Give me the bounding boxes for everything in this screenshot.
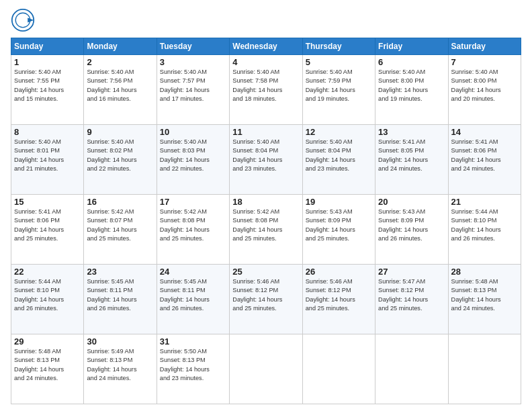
calendar-cell: 27 Sunrise: 5:47 AMSunset: 8:12 PMDaylig… xyxy=(375,265,448,334)
day-number: 26 xyxy=(306,267,372,277)
day-info: Sunrise: 5:40 AMSunset: 8:00 PMDaylight:… xyxy=(378,68,428,102)
calendar-cell: 10 Sunrise: 5:40 AMSunset: 8:03 PMDaylig… xyxy=(157,125,229,195)
day-info: Sunrise: 5:40 AMSunset: 8:03 PMDaylight:… xyxy=(160,138,210,172)
header xyxy=(11,8,521,35)
logo-icon xyxy=(11,8,35,35)
day-info: Sunrise: 5:40 AMSunset: 8:00 PMDaylight:… xyxy=(451,68,501,102)
day-info: Sunrise: 5:41 AMSunset: 8:05 PMDaylight:… xyxy=(378,138,428,172)
day-number: 14 xyxy=(451,127,518,137)
day-number: 3 xyxy=(160,57,226,67)
day-info: Sunrise: 5:40 AMSunset: 7:56 PMDaylight:… xyxy=(87,68,136,102)
day-number: 1 xyxy=(14,57,81,67)
calendar-cell: 12 Sunrise: 5:40 AMSunset: 8:04 PMDaylig… xyxy=(302,125,375,195)
calendar-cell: 11 Sunrise: 5:40 AMSunset: 8:04 PMDaylig… xyxy=(230,125,302,195)
calendar-week-1: 1 Sunrise: 5:40 AMSunset: 7:55 PMDayligh… xyxy=(11,55,521,125)
day-number: 5 xyxy=(306,57,372,67)
day-number: 25 xyxy=(232,267,299,277)
day-info: Sunrise: 5:47 AMSunset: 8:12 PMDaylight:… xyxy=(378,278,428,312)
day-info: Sunrise: 5:45 AMSunset: 8:11 PMDaylight:… xyxy=(160,278,210,312)
day-number: 19 xyxy=(306,197,372,207)
day-number: 27 xyxy=(378,267,445,277)
calendar-cell: 4 Sunrise: 5:40 AMSunset: 7:58 PMDayligh… xyxy=(230,55,302,125)
day-number: 24 xyxy=(160,267,226,277)
day-number: 28 xyxy=(451,267,518,277)
day-number: 15 xyxy=(14,197,81,207)
calendar-cell: 6 Sunrise: 5:40 AMSunset: 8:00 PMDayligh… xyxy=(375,55,448,125)
day-number: 13 xyxy=(378,127,445,137)
calendar-week-4: 22 Sunrise: 5:44 AMSunset: 8:10 PMDaylig… xyxy=(11,265,521,334)
day-info: Sunrise: 5:45 AMSunset: 8:11 PMDaylight:… xyxy=(87,278,136,312)
day-number: 11 xyxy=(232,127,299,137)
calendar-cell: 18 Sunrise: 5:42 AMSunset: 8:08 PMDaylig… xyxy=(230,195,302,265)
calendar-cell: 22 Sunrise: 5:44 AMSunset: 8:10 PMDaylig… xyxy=(11,265,84,334)
day-number: 22 xyxy=(14,267,81,277)
day-info: Sunrise: 5:44 AMSunset: 8:10 PMDaylight:… xyxy=(451,208,501,242)
day-number: 23 xyxy=(87,267,153,277)
calendar-page: SundayMondayTuesdayWednesdayThursdayFrid… xyxy=(0,0,532,411)
day-number: 31 xyxy=(160,336,226,347)
calendar-header-saturday: Saturday xyxy=(448,38,521,55)
calendar-cell: 26 Sunrise: 5:46 AMSunset: 8:12 PMDaylig… xyxy=(302,265,375,334)
day-number: 7 xyxy=(451,57,518,67)
calendar-cell: 29 Sunrise: 5:48 AMSunset: 8:13 PMDaylig… xyxy=(11,334,84,404)
day-info: Sunrise: 5:48 AMSunset: 8:13 PMDaylight:… xyxy=(451,278,501,312)
day-info: Sunrise: 5:50 AMSunset: 8:13 PMDaylight:… xyxy=(160,348,210,381)
day-info: Sunrise: 5:43 AMSunset: 8:09 PMDaylight:… xyxy=(378,208,428,242)
calendar-cell: 24 Sunrise: 5:45 AMSunset: 8:11 PMDaylig… xyxy=(157,265,229,334)
calendar-cell: 19 Sunrise: 5:43 AMSunset: 8:09 PMDaylig… xyxy=(302,195,375,265)
calendar-cell: 25 Sunrise: 5:46 AMSunset: 8:12 PMDaylig… xyxy=(230,265,302,334)
day-info: Sunrise: 5:48 AMSunset: 8:13 PMDaylight:… xyxy=(14,348,64,381)
day-info: Sunrise: 5:40 AMSunset: 8:04 PMDaylight:… xyxy=(306,138,355,172)
calendar-cell: 21 Sunrise: 5:44 AMSunset: 8:10 PMDaylig… xyxy=(448,195,521,265)
calendar-week-5: 29 Sunrise: 5:48 AMSunset: 8:13 PMDaylig… xyxy=(11,334,521,404)
logo xyxy=(11,8,36,35)
day-number: 9 xyxy=(87,127,153,137)
calendar-cell xyxy=(302,334,375,404)
calendar-cell: 3 Sunrise: 5:40 AMSunset: 7:57 PMDayligh… xyxy=(157,55,229,125)
day-info: Sunrise: 5:42 AMSunset: 8:07 PMDaylight:… xyxy=(87,208,136,242)
calendar-cell: 1 Sunrise: 5:40 AMSunset: 7:55 PMDayligh… xyxy=(11,55,84,125)
calendar-cell xyxy=(448,334,521,404)
calendar-week-3: 15 Sunrise: 5:41 AMSunset: 8:06 PMDaylig… xyxy=(11,195,521,265)
calendar-cell: 2 Sunrise: 5:40 AMSunset: 7:56 PMDayligh… xyxy=(84,55,157,125)
day-info: Sunrise: 5:40 AMSunset: 7:58 PMDaylight:… xyxy=(232,68,282,102)
day-info: Sunrise: 5:40 AMSunset: 8:04 PMDaylight:… xyxy=(232,138,282,172)
calendar-cell: 28 Sunrise: 5:48 AMSunset: 8:13 PMDaylig… xyxy=(448,265,521,334)
day-info: Sunrise: 5:40 AMSunset: 7:59 PMDaylight:… xyxy=(306,68,355,102)
calendar-table: SundayMondayTuesdayWednesdayThursdayFrid… xyxy=(11,38,521,404)
day-number: 6 xyxy=(378,57,445,67)
day-number: 17 xyxy=(160,197,226,207)
day-number: 4 xyxy=(232,57,299,67)
calendar-cell: 23 Sunrise: 5:45 AMSunset: 8:11 PMDaylig… xyxy=(84,265,157,334)
day-number: 2 xyxy=(87,57,153,67)
day-info: Sunrise: 5:41 AMSunset: 8:06 PMDaylight:… xyxy=(14,208,64,242)
calendar-cell xyxy=(230,334,302,404)
day-number: 10 xyxy=(160,127,226,137)
calendar-header-friday: Friday xyxy=(375,38,448,55)
day-number: 12 xyxy=(306,127,372,137)
calendar-cell: 30 Sunrise: 5:49 AMSunset: 8:13 PMDaylig… xyxy=(84,334,157,404)
day-info: Sunrise: 5:41 AMSunset: 8:06 PMDaylight:… xyxy=(451,138,501,172)
day-number: 29 xyxy=(14,336,81,347)
day-info: Sunrise: 5:40 AMSunset: 8:01 PMDaylight:… xyxy=(14,138,64,172)
calendar-week-2: 8 Sunrise: 5:40 AMSunset: 8:01 PMDayligh… xyxy=(11,125,521,195)
calendar-header-sunday: Sunday xyxy=(11,38,84,55)
calendar-cell: 20 Sunrise: 5:43 AMSunset: 8:09 PMDaylig… xyxy=(375,195,448,265)
calendar-cell: 5 Sunrise: 5:40 AMSunset: 7:59 PMDayligh… xyxy=(302,55,375,125)
day-info: Sunrise: 5:42 AMSunset: 8:08 PMDaylight:… xyxy=(160,208,210,242)
calendar-cell: 17 Sunrise: 5:42 AMSunset: 8:08 PMDaylig… xyxy=(157,195,229,265)
day-info: Sunrise: 5:42 AMSunset: 8:08 PMDaylight:… xyxy=(232,208,282,242)
calendar-cell: 8 Sunrise: 5:40 AMSunset: 8:01 PMDayligh… xyxy=(11,125,84,195)
calendar-cell: 15 Sunrise: 5:41 AMSunset: 8:06 PMDaylig… xyxy=(11,195,84,265)
calendar-cell: 16 Sunrise: 5:42 AMSunset: 8:07 PMDaylig… xyxy=(84,195,157,265)
calendar-body: 1 Sunrise: 5:40 AMSunset: 7:55 PMDayligh… xyxy=(11,55,521,404)
day-info: Sunrise: 5:40 AMSunset: 8:02 PMDaylight:… xyxy=(87,138,136,172)
calendar-cell xyxy=(375,334,448,404)
day-number: 30 xyxy=(87,336,153,347)
day-info: Sunrise: 5:44 AMSunset: 8:10 PMDaylight:… xyxy=(14,278,64,312)
day-number: 21 xyxy=(451,197,518,207)
calendar-header-row: SundayMondayTuesdayWednesdayThursdayFrid… xyxy=(11,38,521,55)
day-info: Sunrise: 5:40 AMSunset: 7:57 PMDaylight:… xyxy=(160,68,210,102)
day-number: 18 xyxy=(232,197,299,207)
calendar-cell: 14 Sunrise: 5:41 AMSunset: 8:06 PMDaylig… xyxy=(448,125,521,195)
